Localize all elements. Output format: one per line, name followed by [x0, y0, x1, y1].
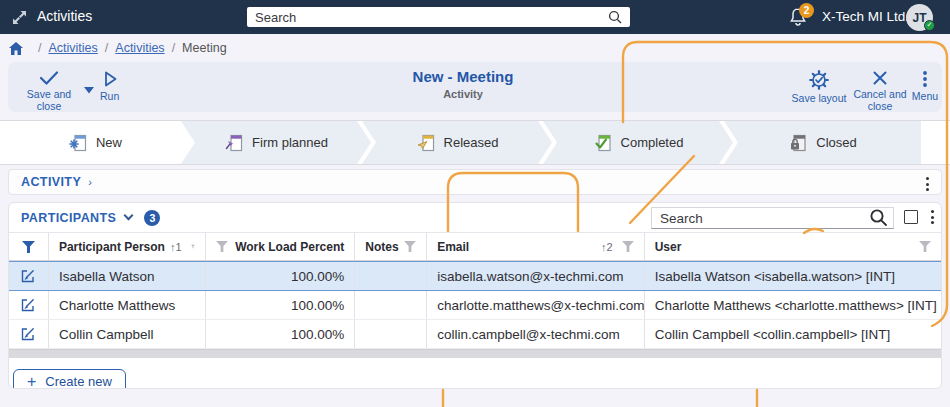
- gear-check-icon: [809, 70, 829, 90]
- stage-label: Released: [444, 135, 499, 150]
- top-bar: Activities 2 X-Tech MI Ltd. JT ✓: [0, 0, 950, 34]
- chevron-down-icon[interactable]: [124, 211, 134, 221]
- breadcrumb-current: Meeting: [182, 41, 226, 55]
- plus-icon: +: [27, 374, 36, 390]
- stage-firm-planned-icon: [224, 133, 244, 153]
- cell-workload: 100.00%: [206, 262, 356, 290]
- column-header-participant-person[interactable]: Participant Person ↑1: [49, 233, 206, 260]
- sort-indicator: ↑2: [601, 241, 613, 253]
- table-footer: + Create new: [9, 358, 941, 389]
- notification-count-badge: 2: [799, 3, 814, 18]
- table-row[interactable]: Charlotte Matthews 100.00% charlotte.mat…: [9, 291, 941, 320]
- table-scrollbar-track[interactable]: [9, 349, 941, 358]
- record-subtitle: Activity: [413, 88, 514, 100]
- stage-new[interactable]: New: [0, 121, 190, 164]
- activity-menu-icon[interactable]: [926, 177, 929, 191]
- filter-icon[interactable]: [919, 241, 931, 252]
- sort-indicator: ↑1: [170, 241, 182, 253]
- breadcrumb-link-activities-1[interactable]: Activities: [48, 41, 97, 55]
- column-label: Participant Person: [59, 240, 165, 254]
- column-header-work-load-percent[interactable]: Work Load Percent: [206, 233, 356, 260]
- table-row[interactable]: Isabella Watson 100.00% isabella.watson@…: [9, 261, 941, 291]
- cancel-and-close-button[interactable]: Cancel and close: [850, 70, 910, 112]
- table-row[interactable]: Collin Campbell 100.00% collin.campbell@…: [9, 320, 941, 349]
- participants-search-input[interactable]: [651, 207, 894, 229]
- stage-completed[interactable]: Completed: [543, 121, 733, 164]
- create-new-label: Create new: [45, 374, 111, 389]
- stage-completed-icon: [593, 133, 613, 153]
- global-search-input[interactable]: [247, 7, 630, 27]
- cell-email: isabella.watson@x-techmi.com: [427, 262, 645, 290]
- play-icon: [101, 70, 119, 88]
- column-label: Notes: [365, 240, 398, 254]
- table-filter-header[interactable]: [9, 233, 49, 260]
- menu-button[interactable]: Menu: [911, 70, 939, 102]
- breadcrumb: / Activities / Activities / Meeting: [0, 34, 950, 62]
- run-label: Run: [100, 90, 119, 102]
- online-status-icon: ✓: [924, 20, 935, 31]
- filter-icon[interactable]: [404, 241, 416, 252]
- search-icon[interactable]: [608, 10, 623, 25]
- stage-new-icon: [68, 133, 88, 153]
- cell-notes: [355, 291, 427, 319]
- cell-user: Charlotte Matthews <charlotte.matthews> …: [645, 291, 941, 319]
- application-window: Activities 2 X-Tech MI Ltd. JT ✓ / Activ…: [0, 0, 950, 407]
- column-label: User: [655, 240, 682, 254]
- maximize-table-icon[interactable]: [904, 210, 918, 224]
- column-label: Email: [437, 240, 469, 254]
- participants-header: PARTICIPANTS 3: [9, 203, 941, 232]
- column-label: Work Load Percent: [235, 240, 344, 254]
- stage-label: Firm planned: [252, 135, 328, 150]
- stage-closed-icon: [788, 133, 808, 153]
- record-title-block: New - Meeting Activity: [413, 68, 514, 100]
- row-edit-button[interactable]: [9, 320, 49, 348]
- save-layout-button[interactable]: Save layout: [786, 70, 852, 104]
- cell-notes: [355, 320, 427, 348]
- cell-workload: 100.00%: [206, 320, 356, 348]
- filter-icon: [22, 241, 35, 253]
- filter-icon[interactable]: [191, 241, 195, 252]
- save-and-close-button[interactable]: Save and close: [22, 70, 76, 112]
- edit-icon: [20, 268, 36, 284]
- chevron-down-icon[interactable]: [84, 87, 94, 94]
- home-icon[interactable]: [9, 42, 23, 55]
- row-edit-button[interactable]: [9, 262, 49, 290]
- menu-label: Menu: [912, 90, 938, 102]
- edit-icon: [20, 326, 36, 342]
- expand-app-icon[interactable]: [10, 8, 29, 27]
- cell-user: Isabella Watson <isabella.watson> [INT]: [645, 262, 941, 290]
- close-icon: [872, 70, 888, 86]
- stage-closed[interactable]: Closed: [724, 121, 921, 164]
- edit-icon: [20, 297, 36, 313]
- check-icon: [38, 70, 60, 86]
- create-new-button[interactable]: + Create new: [13, 369, 126, 389]
- save-layout-label: Save layout: [792, 92, 847, 104]
- app-title: Activities: [37, 8, 92, 24]
- stage-label: New: [96, 135, 122, 150]
- company-name[interactable]: X-Tech MI Ltd.: [822, 9, 909, 24]
- activity-section-bar[interactable]: ACTIVITY ›: [8, 169, 942, 195]
- breadcrumb-link-activities-2[interactable]: Activities: [115, 41, 164, 55]
- participants-title[interactable]: PARTICIPANTS: [21, 211, 116, 225]
- participants-menu-icon[interactable]: [931, 210, 934, 224]
- table-header-row: Participant Person ↑1 Work Load Percent …: [9, 232, 941, 261]
- breadcrumb-separator: /: [172, 41, 175, 55]
- participants-count-badge: 3: [144, 210, 160, 226]
- search-icon[interactable]: [869, 208, 889, 228]
- row-edit-button[interactable]: [9, 291, 49, 319]
- column-header-notes[interactable]: Notes: [355, 233, 427, 260]
- filter-icon[interactable]: [622, 241, 634, 252]
- notifications-button[interactable]: 2: [788, 6, 814, 30]
- cancel-and-close-label: Cancel and close: [852, 88, 908, 112]
- breadcrumb-separator: /: [105, 41, 108, 55]
- cell-user: Collin Campbell <collin.campbell> [INT]: [645, 320, 941, 348]
- stage-firm-planned[interactable]: Firm planned: [181, 121, 371, 164]
- filter-icon[interactable]: [216, 241, 228, 252]
- column-header-user[interactable]: User: [645, 233, 941, 260]
- run-button[interactable]: Run: [100, 70, 119, 102]
- stage-label: Closed: [816, 135, 856, 150]
- cell-participant-person: Collin Campbell: [49, 320, 206, 348]
- cell-email: charlotte.matthews@x-techmi.com: [427, 291, 645, 319]
- column-header-email[interactable]: Email ↑2: [427, 233, 645, 260]
- stage-released[interactable]: Released: [362, 121, 552, 164]
